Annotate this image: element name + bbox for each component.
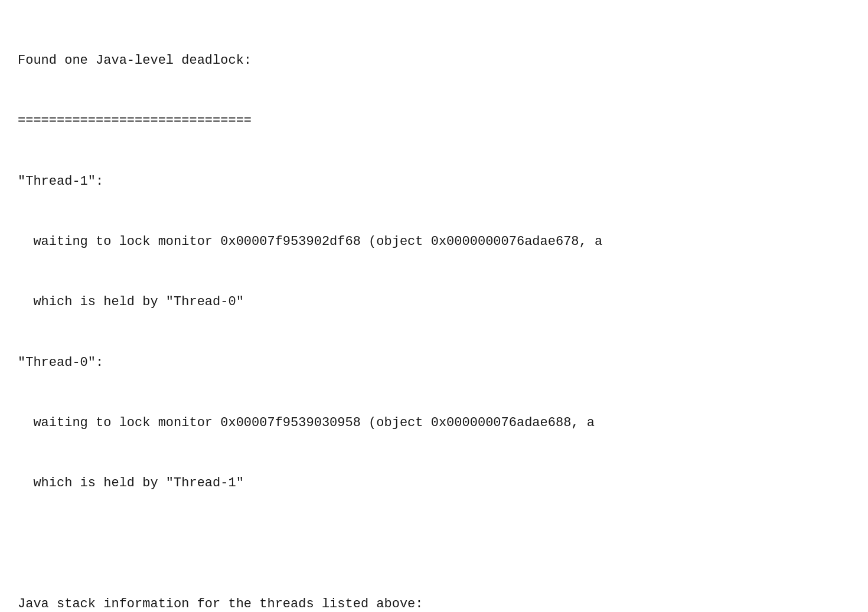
separator-1: ============================== [18,111,850,131]
java-stack-info: Java stack information for the threads l… [18,594,850,612]
thread0-label: "Thread-0": [18,353,850,373]
blank-1 [18,534,850,554]
thread1-label: "Thread-1": [18,172,850,192]
deadlock-output: Found one Java-level deadlock: =========… [18,11,850,612]
line-found: Found one Java-level deadlock: [18,51,850,71]
thread1-which: which is held by "Thread-0" [18,292,850,312]
thread0-wait: waiting to lock monitor 0x00007f95390309… [18,413,850,433]
thread1-wait: waiting to lock monitor 0x00007f953902df… [18,232,850,252]
thread0-which: which is held by "Thread-1" [18,473,850,493]
